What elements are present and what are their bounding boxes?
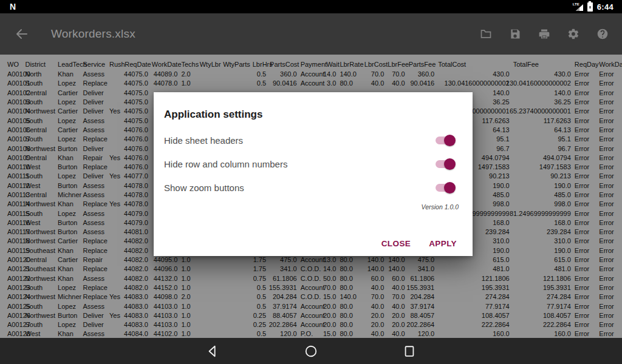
hide-row-column-numbers-toggle[interactable]	[436, 158, 456, 170]
cellular-signal-icon: LTE	[573, 2, 583, 12]
show-zoom-buttons-toggle[interactable]	[436, 182, 456, 194]
setting-row-hide-sheet-headers: Hide sheet headers	[164, 129, 456, 152]
navigation-bar	[0, 338, 622, 364]
setting-label: Show zoom buttons	[164, 183, 244, 193]
close-button[interactable]: CLOSE	[381, 239, 411, 248]
home-icon[interactable]	[304, 345, 318, 358]
status-bar: N LTE 6:44	[0, 0, 622, 13]
recents-icon[interactable]	[403, 345, 416, 358]
dialog-title: Application settings	[164, 108, 454, 121]
setting-row-hide-row-column-numbers: Hide row and column numbers	[164, 152, 456, 176]
dialog-actions: CLOSE APPLY	[381, 239, 457, 248]
apply-button[interactable]: APPLY	[429, 239, 457, 248]
application-settings-dialog: Application settings Hide sheet headers …	[154, 92, 473, 256]
setting-label: Hide row and column numbers	[164, 159, 287, 169]
hide-sheet-headers-toggle[interactable]	[436, 135, 456, 146]
status-clock: 6:44	[597, 2, 613, 12]
notification-n-icon: N	[10, 0, 16, 13]
back-icon[interactable]	[206, 345, 219, 358]
version-label: Version 1.0.0	[154, 203, 459, 211]
setting-row-show-zoom-buttons: Show zoom buttons	[164, 176, 456, 200]
setting-label: Hide sheet headers	[164, 135, 243, 146]
battery-icon	[587, 2, 593, 12]
